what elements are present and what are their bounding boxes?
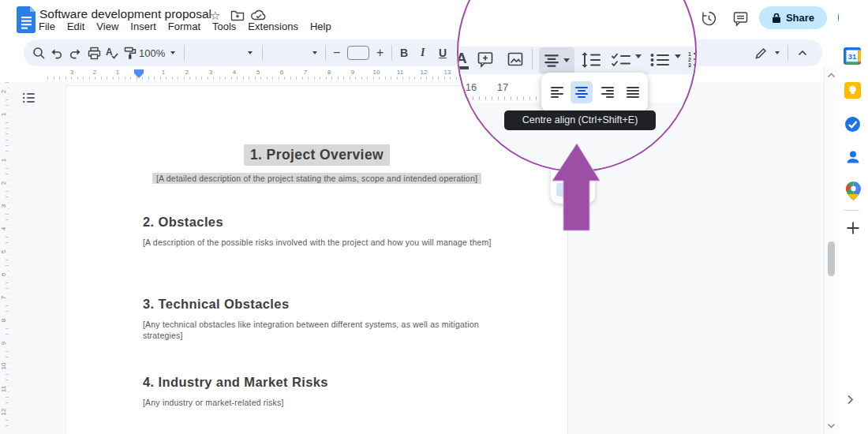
spelling-check-icon[interactable]: A xyxy=(104,45,119,61)
ruler-tick xyxy=(6,122,9,123)
line-spacing-icon[interactable] xyxy=(582,52,600,68)
google-docs-logo-icon[interactable] xyxy=(17,6,37,33)
redo-icon[interactable] xyxy=(69,45,83,61)
alignment-dropdown-button[interactable] xyxy=(539,47,574,73)
hide-menus-chevron-icon[interactable] xyxy=(797,45,808,61)
undo-icon[interactable] xyxy=(49,45,63,61)
zoom-caret-icon[interactable] xyxy=(170,45,175,61)
ruler-tick xyxy=(444,77,445,80)
insert-image-icon[interactable] xyxy=(507,51,524,68)
section-heading[interactable]: 4. Industry and Market Risks xyxy=(143,375,328,390)
increase-font-size-button[interactable]: + xyxy=(376,45,383,61)
ruler-tick xyxy=(6,311,9,312)
ruler-tick xyxy=(536,96,537,100)
ruler-tick xyxy=(350,77,350,80)
section-body: [Any technical obstacles like integratio… xyxy=(143,319,520,341)
menu-file[interactable]: File xyxy=(39,21,55,32)
section-heading[interactable]: 3. Technical Obstacles xyxy=(143,297,290,312)
scroll-up-icon[interactable] xyxy=(827,73,836,78)
magnified-ruler-number: 17 xyxy=(495,81,511,93)
menu-tools[interactable]: Tools xyxy=(212,21,236,32)
menu-extensions[interactable]: Extensions xyxy=(248,21,298,32)
google-keep-icon[interactable] xyxy=(844,82,861,99)
ruler-tick xyxy=(6,219,9,220)
get-add-ons-plus-icon[interactable] xyxy=(846,221,860,235)
zoom-value: 100% xyxy=(139,47,165,59)
google-calendar-icon[interactable]: 31 xyxy=(844,47,861,65)
open-comments-icon[interactable] xyxy=(732,10,749,27)
insert-comment-icon[interactable] xyxy=(477,51,494,68)
menu-edit[interactable]: Edit xyxy=(67,21,84,32)
search-menus-icon[interactable] xyxy=(32,45,46,61)
ruler-tick xyxy=(6,380,9,380)
ruler-tick xyxy=(125,77,125,80)
share-button[interactable]: Share xyxy=(759,6,827,29)
checklist-caret-icon[interactable] xyxy=(635,58,642,73)
version-history-icon[interactable] xyxy=(701,10,717,27)
ruler-tick xyxy=(529,96,530,100)
google-maps-icon[interactable] xyxy=(846,181,861,200)
doc-section: 1. Project Overview[A detailed descripti… xyxy=(66,144,567,184)
centre-align-option[interactable] xyxy=(571,81,593,103)
ruler-tick xyxy=(426,77,427,80)
menu-insert[interactable]: Insert xyxy=(130,21,156,32)
ruler-tick xyxy=(302,77,303,80)
section-body-text[interactable]: [A description of the possible risks inv… xyxy=(143,238,492,247)
menu-format[interactable]: Format xyxy=(168,21,200,32)
ruler-number: 5 xyxy=(0,248,8,256)
ruler-number: 9 xyxy=(350,69,356,77)
document-title[interactable]: Software development proposal xyxy=(39,7,211,21)
bulleted-list-icon[interactable] xyxy=(650,53,670,67)
ruler-number: 2 xyxy=(184,69,190,77)
editing-mode-pencil-icon[interactable] xyxy=(754,45,768,61)
menu-view[interactable]: View xyxy=(96,21,118,32)
section-heading[interactable]: 2. Obstacles xyxy=(143,215,223,230)
italic-button[interactable]: I xyxy=(421,45,425,61)
section-body-text[interactable]: [A detailed description of the project s… xyxy=(152,173,481,184)
svg-text:3: 3 xyxy=(688,62,691,68)
font-dropdown-caret-icon[interactable] xyxy=(312,45,317,61)
styles-dropdown-caret-icon[interactable] xyxy=(248,45,253,61)
left-align-option[interactable] xyxy=(546,81,568,103)
ruler-tick xyxy=(450,77,451,80)
decrease-font-size-button[interactable]: − xyxy=(333,45,340,61)
move-to-folder-icon[interactable] xyxy=(230,9,245,21)
menu-help[interactable]: Help xyxy=(310,21,331,32)
justify-option[interactable] xyxy=(622,81,644,103)
ruler-tick xyxy=(65,77,66,80)
print-icon[interactable] xyxy=(87,45,102,61)
show-side-panel-chevron-icon[interactable] xyxy=(847,395,854,405)
font-size-input[interactable] xyxy=(347,46,369,60)
ruler-number: 13 xyxy=(443,69,453,77)
bold-button[interactable]: B xyxy=(400,45,408,61)
zoom-select[interactable]: 100% xyxy=(139,45,165,61)
vertical-scrollbar[interactable] xyxy=(824,66,840,434)
underline-button[interactable]: U xyxy=(439,45,447,61)
ruler-tick xyxy=(314,77,315,80)
scroll-down-icon[interactable] xyxy=(827,423,836,428)
alignment-caret-icon xyxy=(563,58,570,62)
scrollbar-thumb[interactable] xyxy=(828,241,835,276)
google-contacts-icon[interactable] xyxy=(845,149,861,165)
bulleted-list-caret-icon[interactable] xyxy=(675,58,681,73)
editing-mode-caret-icon[interactable] xyxy=(775,45,780,61)
purple-pointer-arrow xyxy=(551,143,601,231)
ruler-number: 12 xyxy=(0,408,8,416)
workspace-side-panel: 31 xyxy=(839,0,868,434)
section-body-text[interactable]: [Any technical obstacles like integratio… xyxy=(143,320,479,340)
ruler-tick xyxy=(267,77,268,80)
right-align-option[interactable] xyxy=(597,81,619,103)
show-document-outline-icon[interactable] xyxy=(22,92,36,104)
vertical-ruler[interactable]: 21123456789101112 xyxy=(0,82,10,434)
paint-format-icon[interactable] xyxy=(123,45,137,61)
ruler-tick xyxy=(6,145,9,146)
ruler-number: 2 xyxy=(0,88,8,95)
google-tasks-icon[interactable] xyxy=(844,116,861,133)
numbered-list-icon[interactable]: 1 2 3 xyxy=(688,51,697,68)
section-heading[interactable]: 1. Project Overview xyxy=(244,144,390,166)
section-body-text[interactable]: [Any industry or market-related risks] xyxy=(143,398,284,407)
checklist-icon[interactable] xyxy=(611,53,631,67)
horizontal-ruler[interactable]: 32112345678910111213 xyxy=(0,66,824,82)
cloud-status-icon[interactable] xyxy=(251,9,267,21)
ruler-tick xyxy=(101,77,102,80)
